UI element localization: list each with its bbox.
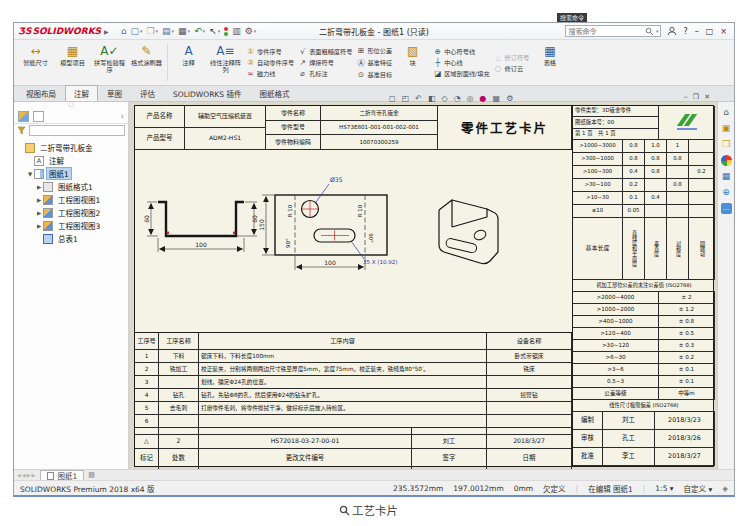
- minimize-button[interactable]: –: [695, 27, 699, 36]
- ribbon-button-block[interactable]: ▧块: [394, 41, 431, 84]
- ribbon-button-magnetic-line[interactable]: ≈磁力线: [246, 69, 294, 78]
- globe-icon[interactable]: ⊕: [721, 187, 732, 198]
- add-sheet-button[interactable]: ▨: [88, 471, 95, 479]
- menu-flyout-icon[interactable]: ▶: [104, 28, 109, 35]
- ribbon-button-centerline[interactable]: ┼中心线: [433, 58, 489, 67]
- open-file-icon[interactable]: ❒: [721, 139, 732, 150]
- ribbon-button-smart-dimension[interactable]: ↔智能尺寸: [17, 41, 54, 84]
- front-view[interactable]: 60 60 100: [143, 202, 258, 252]
- pinwheel-icon[interactable]: [721, 155, 732, 166]
- tree-right-arrow-icon[interactable]: ▶: [35, 184, 43, 190]
- previous-view-icon[interactable]: ↶: [415, 94, 422, 103]
- chat-icon[interactable]: …: [721, 203, 732, 214]
- resources-icon[interactable]: ▣: [721, 123, 732, 134]
- tab-评估[interactable]: 评估: [131, 85, 164, 101]
- tree-item-注解[interactable]: A注解: [14, 154, 128, 167]
- panel-more-icon[interactable]: ›: [121, 112, 124, 121]
- dropdown-arrow-icon[interactable]: ▾: [140, 26, 143, 36]
- ribbon-button-format-painter[interactable]: ✎格式涂刷器: [128, 41, 165, 84]
- ribbon-button-auto-balloon[interactable]: ②自动零件序号: [246, 58, 294, 67]
- dropdown-arrow-icon[interactable]: ▾: [218, 26, 221, 36]
- ribbon-button-datum-target[interactable]: ⊙基准目标: [356, 70, 392, 79]
- window-icon[interactable]: ▦: [721, 171, 732, 182]
- tree-item-总表1[interactable]: 总表1: [14, 232, 128, 245]
- rebuild-icon[interactable]: [224, 27, 228, 36]
- tree-item-工程图视图3[interactable]: ▶工程图视图3: [14, 219, 128, 232]
- tab-注解[interactable]: 注解: [65, 85, 98, 101]
- ribbon-button-hole-callout[interactable]: ⌀孔标注: [298, 69, 352, 78]
- display-style-icon[interactable]: ◔: [454, 94, 461, 103]
- search-icon[interactable]: [645, 27, 654, 36]
- tree-item-工程图视图2[interactable]: ▶工程图视图2: [14, 206, 128, 219]
- ribbon-button-note[interactable]: A注释: [170, 41, 207, 84]
- drawing-sheet[interactable]: 产品名称辅助空气压缩机装置产品型号ADM2-HS1 零件名称二折弯带孔钣金零件型…: [134, 105, 714, 467]
- edit-appearance-icon[interactable]: ●: [480, 94, 487, 103]
- property-manager-tab-icon[interactable]: [33, 111, 44, 122]
- undo-icon[interactable]: ↶▾: [194, 26, 205, 36]
- tree-item-工程图视图1[interactable]: ▶工程图视图1: [14, 193, 128, 206]
- dropdown-arrow-icon[interactable]: ▾: [203, 26, 206, 36]
- home-icon[interactable]: ⌂: [721, 107, 732, 118]
- ribbon-button-revision-cloud[interactable]: ◌修订云: [494, 64, 530, 73]
- unit-dropdown[interactable]: 自定义 ▾: [684, 483, 713, 494]
- sheet-tab[interactable]: 图纸1: [40, 470, 84, 481]
- doc-restore-icon[interactable]: ❐: [693, 93, 699, 101]
- scale-dropdown[interactable]: 1:5 ▾: [655, 484, 673, 493]
- ribbon-button-balloon[interactable]: ①零件序号: [246, 47, 294, 56]
- ribbon-button-geometric-tolerance[interactable]: ⊞形位公差: [356, 46, 392, 55]
- dropdown-arrow-icon[interactable]: ▾: [156, 26, 159, 36]
- view-orientation-icon[interactable]: ◇: [441, 94, 447, 103]
- dropdown-arrow-icon[interactable]: ▾: [254, 26, 257, 36]
- help-button[interactable]: ?: [683, 27, 687, 36]
- doc-close-icon[interactable]: ✕: [704, 93, 710, 101]
- tree-item-二折弯带孔板金[interactable]: 二折弯带孔板金: [14, 141, 128, 154]
- tab-草图[interactable]: 草图: [98, 85, 131, 101]
- apply-scene-icon[interactable]: ▦: [493, 94, 501, 103]
- sheet-nav-arrows[interactable]: ◀◀▶▶: [17, 472, 36, 478]
- ribbon-button-spell-check[interactable]: A✓拼写检验程序: [91, 41, 128, 84]
- ribbon-button-center-mark[interactable]: ⊕中心符号线: [433, 47, 489, 56]
- ribbon-button-revision-symbol[interactable]: △修订符号: [494, 53, 530, 62]
- tree-right-arrow-icon[interactable]: ▶: [35, 197, 43, 203]
- doc-minimize-icon[interactable]: ‒: [683, 93, 687, 101]
- command-search-input[interactable]: 搜索命令 ▾: [565, 25, 661, 37]
- search-dropdown-icon[interactable]: ▾: [656, 28, 659, 34]
- view-settings-icon[interactable]: ⚙: [506, 94, 513, 103]
- tree-down-arrow-icon[interactable]: ▼: [26, 171, 34, 177]
- save-icon[interactable]: ▤▾: [162, 26, 174, 36]
- dropdown-arrow-icon[interactable]: ▾: [188, 26, 191, 36]
- tree-item-图纸格式1[interactable]: ▶图纸格式1: [14, 180, 128, 193]
- ribbon-button-surface-finish[interactable]: √表面粗糙度符号: [298, 47, 352, 56]
- flat-pattern-view[interactable]: 150 100 R 10 R 10 90° 90° Ø35 35 X (10.9…: [258, 176, 398, 270]
- tree-item-图纸1[interactable]: ▼图纸1: [14, 167, 128, 180]
- open-icon[interactable]: ❒▾: [146, 26, 158, 36]
- ribbon-button-weld-symbol[interactable]: ↗焊接符号: [298, 58, 352, 67]
- ribbon-button-datum-feature[interactable]: Ⓐ基准特征: [356, 57, 392, 68]
- options-icon[interactable]: ⚙▾: [245, 26, 257, 36]
- ribbon-button-model-items[interactable]: ▦模型项目: [54, 41, 91, 84]
- filter-funnel-icon[interactable]: [17, 126, 26, 135]
- tree-right-arrow-icon[interactable]: ▶: [35, 223, 43, 229]
- isometric-view[interactable]: [439, 200, 498, 264]
- section-view-icon[interactable]: ◧: [428, 94, 436, 103]
- zoom-area-icon[interactable]: ◰: [402, 94, 410, 103]
- close-button[interactable]: ×: [720, 27, 727, 36]
- graphics-area[interactable]: 产品名称辅助空气压缩机装置产品型号ADM2-HS1 零件名称二折弯带孔钣金零件型…: [130, 102, 717, 469]
- tab-图纸格式[interactable]: 图纸格式: [250, 85, 298, 101]
- zoom-fit-icon[interactable]: ◻: [389, 94, 396, 103]
- print-icon[interactable]: ▦▾: [178, 26, 190, 36]
- dropdown-arrow-icon[interactable]: ▾: [172, 26, 175, 36]
- tree-right-arrow-icon[interactable]: ▶: [35, 210, 43, 216]
- feature-manager-tab-icon[interactable]: [18, 111, 29, 122]
- status-tag-icon[interactable]: ◈: [722, 484, 728, 493]
- ribbon-button-area-hatch[interactable]: ◪区域剖面线/填充: [433, 69, 489, 78]
- tab-SOLIDWORKS 插件[interactable]: SOLIDWORKS 插件: [164, 85, 250, 101]
- tab-视图布局[interactable]: 视图布局: [17, 85, 65, 101]
- hide-show-icon[interactable]: ◎: [467, 94, 474, 103]
- user-account-icon[interactable]: [667, 26, 677, 36]
- tree-filter-input[interactable]: [29, 125, 125, 136]
- select-icon[interactable]: ↖▾: [209, 26, 220, 36]
- maximize-button[interactable]: □: [706, 27, 714, 36]
- ribbon-button-table[interactable]: ▦表格: [531, 41, 568, 84]
- panel-collapse-handle[interactable]: ○: [14, 102, 128, 109]
